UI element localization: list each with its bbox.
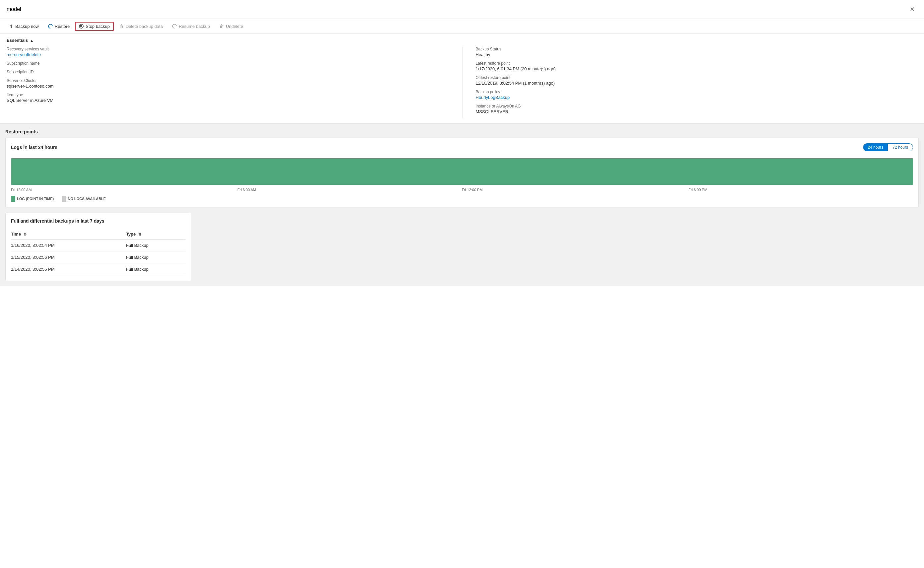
chart-labels: Fri 12:00 AM Fri 6:00 AM Fri 12:00 PM Fr… (11, 186, 913, 193)
time-toggle: 24 hours 72 hours (863, 144, 913, 151)
table-row: 1/14/2020, 8:02:55 PM Full Backup (11, 263, 186, 275)
backup-type-cell: Full Backup (126, 240, 186, 251)
72-hours-button[interactable]: 72 hours (888, 144, 913, 151)
restore-button[interactable]: Restore (44, 22, 74, 31)
backup-policy-field: Backup policy HourlyLogBackup (476, 89, 918, 100)
restore-points-section: Restore points Logs in last 24 hours 24 … (5, 129, 919, 207)
backup-policy-value[interactable]: HourlyLogBackup (476, 95, 510, 100)
main-window: model ✕ ⬆ Backup now Restore Stop backup… (0, 0, 924, 568)
server-cluster-value: sqlserver-1.contoso.com (7, 84, 449, 89)
chart-header: Logs in last 24 hours 24 hours 72 hours (11, 144, 913, 151)
chart-bar-container (11, 157, 913, 186)
24-hours-button[interactable]: 24 hours (863, 144, 888, 151)
essentials-right: Backup Status Healthy Latest restore poi… (462, 47, 918, 118)
resume-backup-button[interactable]: Resume backup (168, 22, 214, 31)
toolbar: ⬆ Backup now Restore Stop backup 🗑 Delet… (0, 19, 924, 34)
restore-icon (47, 23, 54, 30)
chart-label-3: Fri 6:00 PM (688, 188, 707, 192)
resume-icon (171, 23, 178, 30)
backups-card: Full and differential backups in last 7 … (5, 213, 191, 281)
latest-restore-field: Latest restore point 1/17/2020, 6:01:34 … (476, 61, 918, 71)
chart-legend: LOG (POINT IN TIME) NO LOGS AVAILABLE (11, 196, 913, 202)
recovery-vault-value[interactable]: mercurysoftdelete (7, 52, 41, 57)
backup-status-value: Healthy (476, 52, 918, 57)
backups-table: Time ⇅ Type ⇅ 1/16/2020, 8:02:54 PM Full… (11, 229, 186, 275)
legend-no-logs-label: NO LOGS AVAILABLE (68, 197, 106, 201)
essentials-left: Recovery services vault mercurysoftdelet… (7, 47, 462, 118)
instance-field: Instance or AlwaysOn AG MSSQLSERVER (476, 104, 918, 114)
oldest-restore-field: Oldest restore point 12/10/2019, 8:02:54… (476, 75, 918, 86)
chevron-up-icon: ▲ (30, 38, 33, 42)
legend-color-green (11, 196, 15, 202)
chart-card: Logs in last 24 hours 24 hours 72 hours … (5, 138, 919, 207)
chart-title: Logs in last 24 hours (11, 145, 57, 150)
essentials-section: Essentials ▲ Recovery services vault mer… (0, 34, 924, 124)
server-cluster-field: Server or Cluster sqlserver-1.contoso.co… (7, 78, 449, 89)
chart-area: Fri 12:00 AM Fri 6:00 AM Fri 12:00 PM Fr… (11, 157, 913, 193)
legend-color-gray (62, 196, 66, 202)
close-button[interactable]: ✕ (907, 4, 917, 15)
content-area: Restore points Logs in last 24 hours 24 … (0, 124, 924, 286)
latest-restore-value: 1/17/2020, 6:01:34 PM (20 minute(s) ago) (476, 66, 918, 71)
recovery-vault-field: Recovery services vault mercurysoftdelet… (7, 47, 449, 57)
chart-label-0: Fri 12:00 AM (11, 188, 32, 192)
backup-time-cell: 1/16/2020, 8:02:54 PM (11, 240, 126, 251)
title-bar: model ✕ (0, 0, 924, 19)
subscription-id-field: Subscription ID (7, 69, 449, 74)
backup-time-cell: 1/14/2020, 8:02:55 PM (11, 263, 126, 275)
backup-time-cell: 1/15/2020, 8:02:56 PM (11, 251, 126, 263)
item-type-field: Item type SQL Server in Azure VM (7, 92, 449, 103)
table-row: 1/16/2020, 8:02:54 PM Full Backup (11, 240, 186, 251)
subscription-name-field: Subscription name (7, 61, 449, 66)
window-title: model (7, 6, 21, 12)
backup-type-cell: Full Backup (126, 263, 186, 275)
sort-type-icon: ⇅ (138, 232, 141, 236)
backup-now-button[interactable]: ⬆ Backup now (5, 21, 43, 31)
chart-bar (11, 158, 913, 185)
stop-backup-icon (79, 24, 84, 29)
col-type-header[interactable]: Type ⇅ (126, 229, 186, 240)
item-type-value: SQL Server in Azure VM (7, 98, 449, 103)
instance-value: MSSQLSERVER (476, 109, 918, 114)
legend-log: LOG (POINT IN TIME) (11, 196, 54, 202)
essentials-grid: Recovery services vault mercurysoftdelet… (7, 47, 917, 118)
table-row: 1/15/2020, 8:02:56 PM Full Backup (11, 251, 186, 263)
chart-label-1: Fri 6:00 AM (237, 188, 256, 192)
restore-points-title: Restore points (5, 129, 919, 134)
stop-backup-button[interactable]: Stop backup (75, 22, 113, 31)
col-time-header[interactable]: Time ⇅ (11, 229, 126, 240)
legend-log-label: LOG (POINT IN TIME) (17, 197, 54, 201)
backup-now-icon: ⬆ (9, 24, 13, 29)
backups-title: Full and differential backups in last 7 … (11, 218, 186, 224)
chart-label-2: Fri 12:00 PM (462, 188, 483, 192)
essentials-header[interactable]: Essentials ▲ (7, 38, 917, 43)
backup-type-cell: Full Backup (126, 251, 186, 263)
oldest-restore-value: 12/10/2019, 8:02:54 PM (1 month(s) ago) (476, 81, 918, 86)
sort-time-icon: ⇅ (24, 232, 27, 236)
legend-no-logs: NO LOGS AVAILABLE (62, 196, 106, 202)
delete-icon: 🗑 (119, 24, 124, 29)
undelete-button[interactable]: 🗑 Undelete (215, 21, 247, 31)
undelete-icon: 🗑 (219, 24, 224, 29)
backup-status-field: Backup Status Healthy (476, 47, 918, 57)
delete-backup-data-button[interactable]: 🗑 Delete backup data (115, 21, 167, 31)
